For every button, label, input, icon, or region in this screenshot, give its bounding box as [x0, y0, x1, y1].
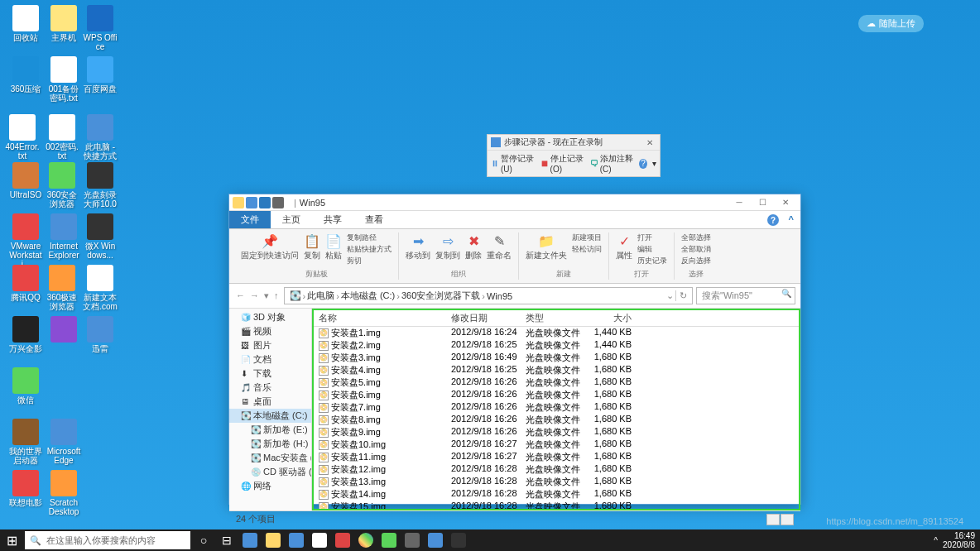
- tb-app5[interactable]: [331, 529, 354, 551]
- crumb-win95[interactable]: Win95: [487, 291, 512, 301]
- desktop-icon[interactable]: 百度网盘: [83, 56, 118, 93]
- file-row[interactable]: 📀安装盘14.img2012/9/18 16:28光盘映像文件1,680 KB: [314, 488, 799, 501]
- recorder-dropdown-icon[interactable]: ▾: [652, 159, 656, 168]
- help-button[interactable]: ?: [767, 214, 779, 226]
- tb-app8[interactable]: [401, 529, 424, 551]
- tab-home[interactable]: 主页: [271, 211, 312, 228]
- nav-item[interactable]: 🧊3D 对象: [229, 310, 311, 324]
- tb-edge[interactable]: [238, 529, 262, 551]
- file-row[interactable]: 📀安装盘6.img2012/9/18 16:26光盘映像文件1,680 KB: [314, 389, 799, 401]
- nav-item[interactable]: ⬇下载: [229, 367, 311, 381]
- moveto-button[interactable]: ➡移动到: [406, 232, 430, 261]
- selectnone-button[interactable]: 全部取消: [681, 244, 711, 255]
- copy-button[interactable]: 📋复制: [304, 232, 320, 266]
- file-row[interactable]: 📀安装盘15.img2012/9/18 16:28光盘映像文件1,680 KB: [314, 501, 799, 510]
- newfolder-button[interactable]: 📁新建文件夹: [526, 232, 567, 261]
- file-row[interactable]: 📀安装盘11.img2012/9/18 16:27光盘映像文件1,680 KB: [314, 451, 799, 463]
- file-row[interactable]: 📀安装盘9.img2012/9/18 16:26光盘映像文件1,680 KB: [314, 426, 799, 438]
- nav-item[interactable]: 📄文档: [229, 352, 311, 367]
- properties-button[interactable]: ✓属性: [616, 232, 632, 266]
- nav-item[interactable]: 🎬视频: [229, 324, 311, 338]
- desktop-icon[interactable]: VMware Workstati...: [8, 213, 43, 269]
- nav-item[interactable]: 🖼图片: [229, 338, 311, 352]
- edit-button[interactable]: 编辑: [637, 244, 667, 255]
- desktop-icon[interactable]: 新建文本文档.com: [83, 265, 118, 311]
- close-button[interactable]: ✕: [774, 195, 797, 210]
- desktop-icon[interactable]: 360极速浏览器: [45, 265, 79, 311]
- nav-item[interactable]: 💿CD 驱动器 (K:): [229, 465, 311, 479]
- nav-item[interactable]: 💽新加卷 (E:): [229, 423, 311, 437]
- desktop-icon[interactable]: 此电脑 - 快捷方式: [83, 114, 118, 161]
- breadcrumb-path[interactable]: 💽 › 此电脑 › 本地磁盘 (C:) › 360安全浏览器下载 › Win95…: [284, 287, 694, 304]
- forward-button[interactable]: →: [248, 290, 261, 301]
- taskbar-search[interactable]: 🔍 在这里输入你要搜索的内容: [25, 531, 190, 549]
- desktop-icon[interactable]: Microsoft Edge: [46, 419, 81, 465]
- minimize-button[interactable]: ─: [728, 195, 751, 210]
- col-size[interactable]: 大小: [582, 312, 637, 324]
- file-row[interactable]: 📀安装盘3.img2012/9/18 16:49光盘映像文件1,680 KB: [314, 352, 799, 364]
- recorder-stop-button[interactable]: ⏹停止记录(O): [540, 153, 585, 174]
- copyto-button[interactable]: ⇨复制到: [435, 232, 460, 261]
- desktop-icon[interactable]: 腾讯QQ: [8, 265, 43, 302]
- file-row[interactable]: 📀安装盘7.img2012/9/18 16:26光盘映像文件1,680 KB: [314, 401, 799, 414]
- view-details-button[interactable]: [766, 514, 780, 525]
- nav-item[interactable]: 🌐网络: [229, 479, 311, 493]
- desktop-icon[interactable]: 光盘刻录大师10.0: [83, 162, 118, 208]
- desktop-icon[interactable]: 360压缩: [8, 56, 43, 93]
- col-type[interactable]: 类型: [521, 312, 582, 324]
- tb-chrome[interactable]: [354, 529, 377, 551]
- file-list[interactable]: 名称 修改日期 类型 大小 📀安装盘1.img2012/9/18 16:24光盘…: [312, 309, 800, 510]
- history-button[interactable]: 历史记录: [637, 256, 667, 266]
- qa3-icon[interactable]: [259, 197, 271, 208]
- nav-item[interactable]: 🎵音乐: [229, 381, 311, 395]
- desktop-icon[interactable]: 360安全浏览器: [45, 162, 79, 208]
- delete-button[interactable]: ✖删除: [465, 232, 482, 261]
- cloud-upload-button[interactable]: ☁ 随陆上传: [858, 15, 924, 32]
- cut-button[interactable]: 剪切: [347, 256, 392, 266]
- file-row[interactable]: 📀安装盘4.img2012/9/18 16:25光盘映像文件1,680 KB: [314, 364, 799, 376]
- desktop-icon[interactable]: 002密码.txt: [45, 114, 79, 161]
- maximize-button[interactable]: ☐: [751, 195, 774, 210]
- file-row[interactable]: 📀安装盘13.img2012/9/18 16:28光盘映像文件1,680 KB: [314, 476, 799, 488]
- col-date[interactable]: 修改日期: [446, 312, 521, 324]
- recorder-close-button[interactable]: ✕: [643, 138, 656, 147]
- desktop-icon[interactable]: 主界机: [46, 5, 81, 42]
- desktop-icon[interactable]: 回收站: [8, 5, 43, 42]
- tab-view[interactable]: 查看: [353, 211, 395, 228]
- refresh-button[interactable]: ↻: [675, 290, 687, 301]
- desktop-icon[interactable]: Internet Explorer: [46, 213, 81, 260]
- rename-button[interactable]: ✎重命名: [487, 232, 512, 261]
- newitem-button[interactable]: 新建项目: [572, 232, 602, 243]
- easyaccess-button[interactable]: 轻松访问: [572, 244, 602, 255]
- recorder-comment-button[interactable]: 🗨添加注释(C): [590, 153, 635, 174]
- pin-button[interactable]: 📌固定到快速访问: [241, 232, 299, 266]
- path-dropdown-icon[interactable]: ⌄: [666, 290, 674, 301]
- recorder-help-button[interactable]: ?: [639, 159, 647, 169]
- desktop-icon[interactable]: 404Error.txt: [5, 114, 40, 161]
- open-button[interactable]: 打开: [637, 232, 667, 243]
- paste-button[interactable]: 📄粘贴: [325, 232, 342, 266]
- col-name[interactable]: 名称: [314, 312, 446, 324]
- back-button[interactable]: ←: [234, 290, 247, 301]
- desktop-icon[interactable]: 我的世界启动器: [8, 419, 43, 465]
- desktop-icon[interactable]: 迅雷: [83, 316, 118, 353]
- nav-item[interactable]: 💽新加卷 (H:): [229, 437, 311, 451]
- taskbar-clock[interactable]: 16:49 2020/8/8: [943, 531, 975, 549]
- file-row[interactable]: 📀安装盘8.img2012/9/18 16:26光盘映像文件1,680 KB: [314, 414, 799, 426]
- file-row[interactable]: 📀安装盘2.img2012/9/18 16:25光盘映像文件1,440 KB: [314, 339, 799, 352]
- crumb-pc[interactable]: 此电脑: [307, 290, 334, 302]
- copypath-button[interactable]: 复制路径: [347, 232, 392, 243]
- tray-up-icon[interactable]: ^: [934, 536, 938, 545]
- file-row[interactable]: 📀安装盘5.img2012/9/18 16:26光盘映像文件1,680 KB: [314, 376, 799, 389]
- ribbon-collapse-icon[interactable]: ^: [789, 214, 794, 224]
- tb-app3[interactable]: [285, 529, 308, 551]
- desktop-icon[interactable]: UltraISO: [8, 162, 43, 199]
- tab-share[interactable]: 共享: [312, 211, 353, 228]
- desktop-icon[interactable]: WPS Office: [83, 5, 118, 51]
- file-row[interactable]: 📀安装盘1.img2012/9/18 16:24光盘映像文件1,440 KB: [314, 327, 799, 339]
- tb-store[interactable]: [308, 529, 331, 551]
- search-input[interactable]: 搜索"Win95": [696, 287, 795, 304]
- tb-app7[interactable]: [377, 529, 401, 551]
- qa4-icon[interactable]: [272, 197, 284, 208]
- tab-file[interactable]: 文件: [229, 211, 271, 228]
